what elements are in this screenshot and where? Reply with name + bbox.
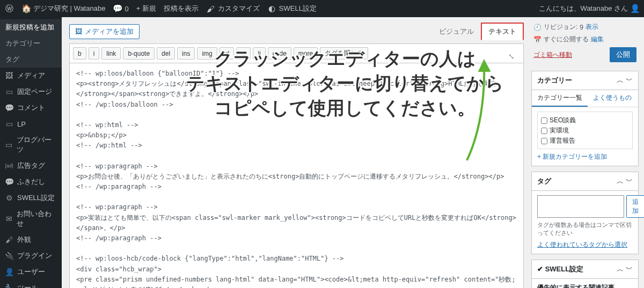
sidebar-item-comments[interactable]: 💬コメント	[0, 100, 62, 116]
quicktags-toolbar: b i link b-quote del ins img ul ol li co…	[69, 43, 524, 63]
content-textarea[interactable]: <!-- wp:loos/balloon {"balloonID":"1"} -…	[69, 63, 524, 288]
site-link[interactable]: 🏠デジマ研究 | Watanabe	[21, 4, 105, 13]
admin-sidebar: 新規投稿を追加 カテゴリー タグ 🖼メディア ▭固定ページ 💬コメント ▭LP …	[0, 17, 62, 288]
page-icon: ▭	[4, 87, 14, 97]
qt-more[interactable]: more	[294, 47, 318, 60]
media-icon: 🖼	[4, 71, 14, 80]
qt-i[interactable]: i	[89, 47, 100, 60]
ad-icon: [ad]	[4, 161, 14, 171]
category-panel: カテゴリー︿﹀ カテゴリー一覧 よく使うもの SEO談義 実環境 運営報告 + …	[531, 71, 639, 166]
chevron-down-icon[interactable]: ﹀	[626, 176, 633, 186]
media-add-icon: 🖼	[75, 27, 82, 35]
editor-tabs: ビジュアル テキスト	[432, 23, 524, 40]
qt-code[interactable]: code	[268, 47, 291, 60]
qt-li[interactable]: li	[253, 47, 265, 60]
sidebar-item-appearance[interactable]: 🖌外観	[0, 232, 62, 248]
tab-visual[interactable]: ビジュアル	[432, 23, 481, 40]
add-category-link[interactable]: + 新規カテゴリーを追加	[537, 152, 633, 161]
swell-panel: ✔ SWELL設定︿﹀ 優先的に表示する関連記事 複数の場合は「,」区切りで指定…	[531, 260, 639, 288]
qt-ins[interactable]: ins	[177, 47, 195, 60]
brush-icon: 🖌	[4, 235, 14, 245]
tab-text[interactable]: テキスト	[481, 23, 524, 40]
lp-icon: ▭	[4, 119, 14, 129]
tag-hint: タグが複数ある場合はコンマで区切ってください	[537, 221, 633, 237]
chevron-down-icon[interactable]: ﹀	[626, 264, 633, 274]
sidebar-item-tools[interactable]: 🔧ツール	[0, 280, 62, 288]
adminbar: ⓦ 🏠デジマ研究 | Watanabe 💬0 + 新規 投稿を表示 🖌カスタマイ…	[0, 0, 644, 17]
submenu-cat[interactable]: カテゴリー	[0, 35, 62, 51]
parts-icon: ▭	[4, 140, 13, 150]
clock-icon: 🕘	[533, 24, 541, 31]
right-column: 🕘リビジョン: 9 表示 📅すぐに公開する 編集 ゴミ箱へ移動 公開 カテゴリー…	[531, 17, 644, 288]
chevron-up-icon[interactable]: ︿	[617, 76, 624, 85]
comments-link[interactable]: 💬0	[113, 4, 128, 13]
qt-ul[interactable]: ul	[219, 47, 234, 60]
cat-tab-all[interactable]: カテゴリー一覧	[532, 90, 588, 107]
submenu-tag[interactable]: タグ	[0, 51, 62, 68]
revisions-link[interactable]: 表示	[586, 23, 598, 32]
sidebar-item-lp[interactable]: ▭LP	[0, 116, 62, 132]
qt-img[interactable]: img	[197, 47, 217, 60]
user-icon: 👤	[4, 267, 14, 277]
plugin-icon: 🔌	[4, 251, 14, 261]
tag-add-button[interactable]: 追加	[626, 195, 644, 218]
balloon-icon: 💬	[4, 177, 14, 187]
qt-link[interactable]: link	[101, 47, 121, 60]
sidebar-item-contact[interactable]: ✉お問い合わせ	[0, 206, 62, 232]
qt-bquote[interactable]: b-quote	[123, 47, 155, 60]
trash-link[interactable]: ゴミ箱へ移動	[533, 50, 572, 60]
mail-icon: ✉	[4, 214, 13, 224]
swell-field-label: 優先的に表示する関連記事	[537, 283, 633, 288]
sidebar-item-blogparts[interactable]: ▭ブログパーツ	[0, 132, 62, 158]
customize-link[interactable]: 🖌カスタマイズ	[206, 4, 260, 13]
chevron-up-icon[interactable]: ︿	[617, 176, 624, 186]
calendar-icon: 📅	[533, 36, 541, 43]
sidebar-item-pages[interactable]: ▭固定ページ	[0, 84, 62, 100]
publish-button[interactable]: 公開	[610, 47, 636, 62]
tag-input[interactable]	[537, 195, 624, 218]
sidebar-item-plugins[interactable]: 🔌プラグイン	[0, 248, 62, 264]
sidebar-item-media[interactable]: 🖼メディア	[0, 68, 62, 84]
cat-tab-popular[interactable]: よく使うもの	[588, 90, 637, 107]
qt-b[interactable]: b	[73, 47, 86, 60]
cat-checkbox[interactable]: 実環境	[541, 125, 629, 136]
new-link[interactable]: + 新規	[136, 4, 156, 13]
greeting[interactable]: こんにちは、Watanabe さん👤	[539, 4, 640, 13]
editor-area: 🖼メディアを追加 ビジュアル テキスト b i link b-quote del…	[62, 17, 531, 288]
resize-handle-icon[interactable]: ⤡	[508, 52, 519, 60]
sidebar-item-balloon[interactable]: 💬ふきだし	[0, 174, 62, 190]
swell-icon: ⚙	[4, 193, 14, 203]
wp-logo[interactable]: ⓦ	[4, 4, 14, 13]
qt-close[interactable]: タグを閉じる	[320, 47, 368, 60]
tag-panel: タグ︿﹀ 追加 タグが複数ある場合はコンマで区切ってください よく使われているタ…	[531, 172, 639, 254]
submenu-add[interactable]: 新規投稿を追加	[0, 19, 62, 35]
qt-ol[interactable]: ol	[236, 47, 251, 60]
sidebar-item-adtag[interactable]: [ad]広告タグ	[0, 158, 62, 174]
qt-del[interactable]: del	[157, 47, 175, 60]
add-media-button[interactable]: 🖼メディアを追加	[69, 24, 140, 39]
publish-edit-link[interactable]: 編集	[591, 35, 604, 44]
chevron-up-icon[interactable]: ︿	[617, 264, 624, 274]
chevron-down-icon[interactable]: ﹀	[626, 76, 633, 85]
wrench-icon: 🔧	[4, 283, 14, 288]
swell-link[interactable]: ◐SWELL設定	[267, 4, 317, 13]
view-post-link[interactable]: 投稿を表示	[164, 4, 199, 13]
sidebar-item-users[interactable]: 👤ユーザー	[0, 264, 62, 280]
cat-checkbox[interactable]: SEO談義	[541, 115, 629, 125]
comment-icon: 💬	[4, 103, 14, 113]
sidebar-item-swell[interactable]: ⚙SWELL設定	[0, 190, 62, 206]
tag-popular-link[interactable]: よく使われているタグから選択	[537, 240, 633, 249]
cat-checkbox[interactable]: 運営報告	[541, 136, 629, 146]
